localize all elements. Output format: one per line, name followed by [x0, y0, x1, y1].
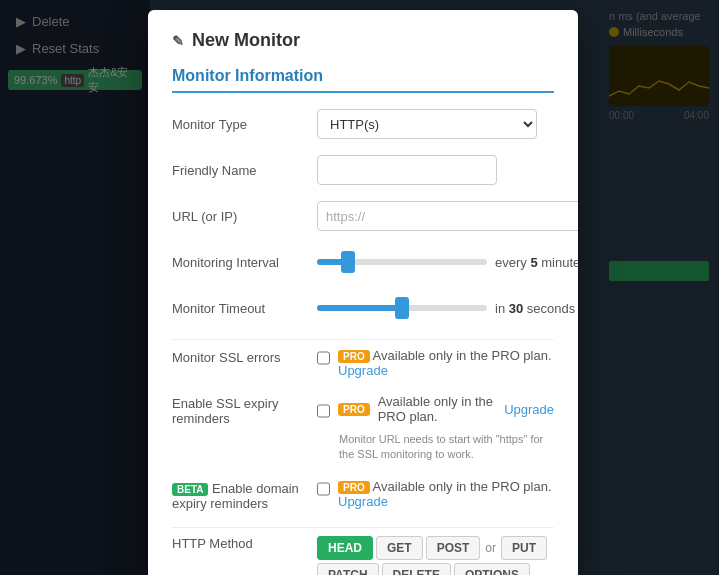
ssl-expiry-checkbox[interactable]: [317, 404, 330, 418]
ssl-expiry-row: Enable SSL expiry reminders PRO Availabl…: [172, 394, 554, 463]
url-input[interactable]: [317, 201, 578, 231]
divider-2: [172, 527, 554, 528]
domain-expiry-pro-text: Available only in the PRO plan.: [373, 479, 552, 494]
ssl-expiry-label: Enable SSL expiry reminders: [172, 394, 317, 426]
section-title: Monitor Information: [172, 67, 554, 93]
method-btn-head[interactable]: HEAD: [317, 536, 373, 560]
interval-slider-track: [317, 259, 487, 265]
monitoring-interval-label: Monitoring Interval: [172, 255, 317, 270]
ssl-errors-pro-info: PRO Available only in the PRO plan. Upgr…: [338, 348, 554, 378]
method-btn-get[interactable]: GET: [376, 536, 423, 560]
ssl-expiry-control: PRO Available only in the PRO plan. Upgr…: [317, 394, 554, 463]
monitor-timeout-control: in 30 seconds: [317, 301, 575, 316]
domain-expiry-row: BETA Enable domain expiry reminders PRO …: [172, 479, 554, 511]
ssl-errors-control: PRO Available only in the PRO plan. Upgr…: [317, 348, 554, 378]
modal-title: ✎ New Monitor: [172, 30, 554, 51]
monitoring-interval-row: Monitoring Interval every 5 minutes: [172, 247, 554, 277]
new-monitor-modal: ✎ New Monitor Monitor Information Monito…: [148, 10, 578, 575]
method-btn-put[interactable]: PUT: [501, 536, 547, 560]
ssl-errors-label: Monitor SSL errors: [172, 348, 317, 365]
ssl-errors-pro-text: Available only in the PRO plan.: [373, 348, 552, 363]
method-btn-delete[interactable]: DELETE: [382, 563, 451, 575]
edit-icon: ✎: [172, 33, 184, 49]
domain-expiry-label-col: BETA Enable domain expiry reminders: [172, 479, 317, 511]
monitor-type-label: Monitor Type: [172, 117, 317, 132]
ssl-expiry-pro-text: Available only in the PRO plan.: [378, 394, 496, 424]
timeout-slider-track: [317, 305, 487, 311]
pro-badge-ssl: PRO: [338, 350, 370, 363]
friendly-name-input[interactable]: [317, 155, 497, 185]
monitor-type-row: Monitor Type HTTP(s) Keyword Ping Port H…: [172, 109, 554, 139]
divider-1: [172, 339, 554, 340]
http-method-label: HTTP Method: [172, 536, 317, 551]
domain-expiry-upgrade-link[interactable]: Upgrade: [338, 494, 388, 509]
method-btn-post[interactable]: POST: [426, 536, 481, 560]
method-btn-patch[interactable]: PATCH: [317, 563, 379, 575]
friendly-name-control: [317, 155, 554, 185]
domain-expiry-checkbox[interactable]: [317, 482, 330, 496]
interval-slider-thumb[interactable]: [341, 251, 355, 273]
ssl-errors-checkbox[interactable]: [317, 351, 330, 365]
method-btn-options[interactable]: OPTIONS: [454, 563, 530, 575]
ssl-expiry-upgrade-link[interactable]: Upgrade: [504, 402, 554, 417]
pro-badge-domain: PRO: [338, 481, 370, 494]
url-control: [317, 201, 578, 231]
monitor-timeout-row: Monitor Timeout in 30 seconds: [172, 293, 554, 323]
timeout-text: in 30 seconds: [495, 301, 575, 316]
interval-text: every 5 minutes: [495, 255, 578, 270]
url-label: URL (or IP): [172, 209, 317, 224]
timeout-slider-fill: [317, 305, 402, 311]
url-row: URL (or IP): [172, 201, 554, 231]
pro-badge-expiry: PRO: [338, 403, 370, 416]
monitor-timeout-label: Monitor Timeout: [172, 301, 317, 316]
ssl-expiry-main: PRO Available only in the PRO plan. Upgr…: [317, 394, 554, 424]
timeout-slider-thumb[interactable]: [395, 297, 409, 319]
monitoring-interval-control: every 5 minutes: [317, 255, 578, 270]
ssl-errors-upgrade-link[interactable]: Upgrade: [338, 363, 388, 378]
method-or: or: [485, 541, 496, 555]
timeout-value: 30: [509, 301, 523, 316]
interval-value: 5: [530, 255, 537, 270]
friendly-name-row: Friendly Name: [172, 155, 554, 185]
http-method-row: HTTP Method HEAD GET POST or PUT PATCH D…: [172, 536, 554, 575]
beta-badge: BETA: [172, 483, 208, 496]
method-buttons-group: HEAD GET POST or PUT PATCH DELETE OPTION…: [317, 536, 554, 575]
ssl-expiry-note: Monitor URL needs to start with "https" …: [339, 432, 554, 463]
domain-expiry-pro-info: PRO Available only in the PRO plan. Upgr…: [338, 479, 554, 509]
http-method-control: HEAD GET POST or PUT PATCH DELETE OPTION…: [317, 536, 554, 575]
monitor-type-control: HTTP(s) Keyword Ping Port Heartbeat: [317, 109, 554, 139]
friendly-name-label: Friendly Name: [172, 163, 317, 178]
domain-expiry-control: PRO Available only in the PRO plan. Upgr…: [317, 479, 554, 509]
ssl-errors-row: Monitor SSL errors PRO Available only in…: [172, 348, 554, 378]
monitor-type-select[interactable]: HTTP(s) Keyword Ping Port Heartbeat: [317, 109, 537, 139]
